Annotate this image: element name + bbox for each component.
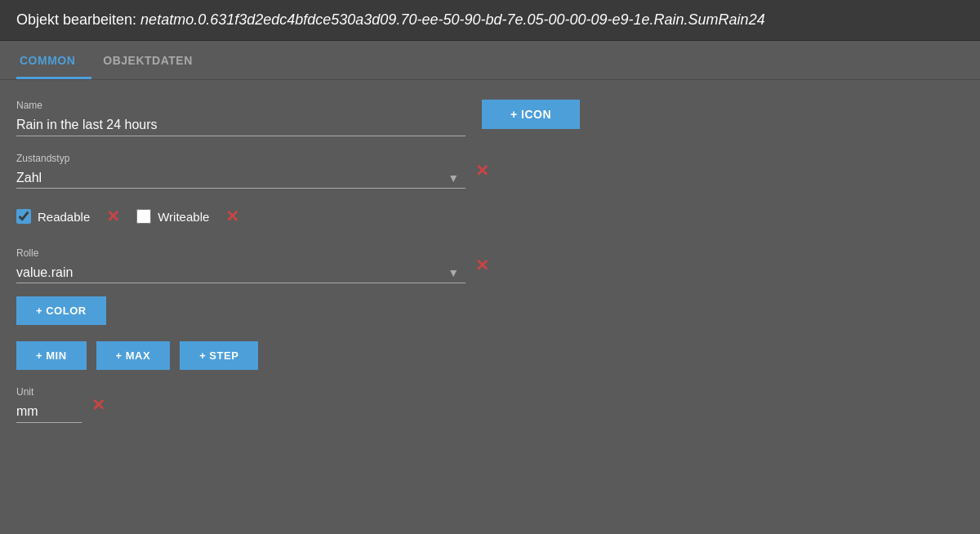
rolle-field-group: Rolle value.rain value value.temperature… [16, 247, 466, 283]
readable-item: Readable [16, 209, 90, 224]
rolle-label: Rolle [16, 247, 466, 259]
rolle-close-icon[interactable]: ✕ [475, 257, 489, 274]
form-content: Name + ICON Zustandstyp Zahl String Bool… [0, 80, 980, 443]
unit-input[interactable] [16, 401, 82, 423]
rolle-row: Rolle value.rain value value.temperature… [16, 247, 964, 283]
rolle-select[interactable]: value.rain value value.temperature value… [16, 262, 466, 283]
name-input[interactable] [16, 114, 466, 136]
checkbox-row: Readable ✕ Writeable ✕ [16, 202, 964, 231]
unit-close-icon[interactable]: ✕ [91, 397, 105, 413]
zustandstyp-section: Zustandstyp Zahl String Boolean Number ▼… [16, 153, 964, 189]
zustandstyp-row: Zustandstyp Zahl String Boolean Number ▼… [16, 153, 964, 189]
unit-field-group: Unit [16, 386, 82, 423]
color-button-row: + COLOR [16, 296, 964, 325]
max-button[interactable]: + MAX [96, 341, 171, 370]
min-max-step-row: + MIN + MAX + STEP [16, 341, 964, 370]
writeable-close-icon[interactable]: ✕ [225, 208, 239, 225]
color-button[interactable]: + COLOR [16, 296, 106, 325]
icon-button[interactable]: + ICON [482, 100, 580, 129]
readable-checkbox[interactable] [16, 209, 31, 224]
readable-close-icon[interactable]: ✕ [106, 208, 120, 225]
readable-label: Readable [38, 210, 90, 224]
page-header: Objekt bearbeiten: netatmo.0.631f3d2edc4… [0, 0, 980, 41]
rolle-section: Rolle value.rain value value.temperature… [16, 247, 964, 283]
name-field-group: Name [16, 100, 466, 136]
min-button[interactable]: + MIN [16, 341, 87, 370]
unit-section: Unit ✕ [16, 386, 964, 423]
header-object-id: netatmo.0.631f3d2edc4bfdce530a3d09.70-ee… [140, 11, 765, 28]
writeable-checkbox[interactable] [136, 209, 151, 224]
tab-objektdaten[interactable]: OBJEKTDATEN [100, 41, 208, 79]
rolle-select-wrapper: value.rain value value.temperature value… [16, 262, 466, 283]
name-label: Name [16, 100, 466, 111]
writeable-label: Writeable [158, 210, 209, 224]
zustandstyp-select[interactable]: Zahl String Boolean Number [16, 167, 466, 189]
name-row: Name + ICON [16, 100, 964, 136]
tab-common[interactable]: COMMON [16, 41, 91, 79]
zustandstyp-label: Zustandstyp [16, 153, 466, 164]
page-title: Objekt bearbeiten: netatmo.0.631f3d2edc4… [16, 11, 964, 29]
zustandstyp-select-wrapper: Zahl String Boolean Number ▼ [16, 167, 466, 189]
step-button[interactable]: + STEP [180, 341, 258, 370]
tab-bar: COMMON OBJEKTDATEN [0, 41, 980, 80]
zustandstyp-close-icon[interactable]: ✕ [475, 162, 489, 179]
unit-label: Unit [16, 386, 82, 398]
header-prefix: Objekt bearbeiten: [16, 11, 140, 28]
zustandstyp-field-group: Zustandstyp Zahl String Boolean Number ▼ [16, 153, 466, 189]
writeable-item: Writeable [136, 209, 209, 224]
